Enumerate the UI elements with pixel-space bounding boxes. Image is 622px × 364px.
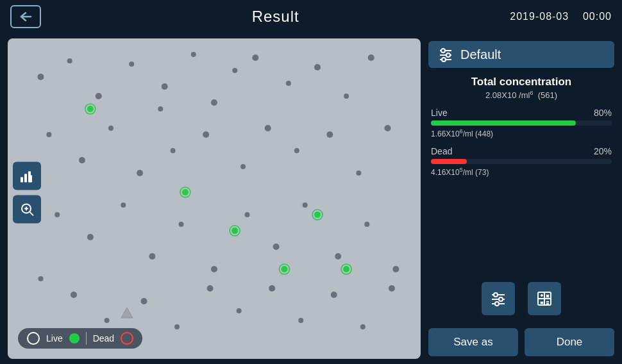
svg-point-35 — [55, 212, 60, 217]
svg-point-71 — [341, 264, 351, 274]
svg-point-18 — [252, 54, 258, 61]
svg-point-33 — [356, 170, 361, 176]
svg-point-23 — [46, 132, 51, 137]
total-concentration-label: Total concentration — [431, 76, 612, 88]
live-stat-row: Live 80% 1.66X106/ml (448) — [431, 108, 612, 138]
svg-point-62 — [182, 189, 189, 195]
svg-point-46 — [392, 266, 399, 272]
svg-point-37 — [121, 203, 126, 208]
total-concentration-value: 2.08X10 /ml6 (561) — [431, 90, 612, 100]
svg-point-48 — [71, 292, 77, 298]
svg-point-11 — [67, 58, 72, 63]
live-bar — [431, 120, 612, 126]
live-circle-icon — [27, 332, 40, 345]
svg-point-13 — [129, 62, 134, 67]
svg-point-61 — [85, 104, 96, 114]
svg-point-50 — [141, 298, 147, 304]
svg-point-58 — [389, 285, 395, 292]
svg-point-27 — [171, 148, 176, 153]
adjust-button[interactable] — [482, 282, 515, 315]
svg-point-41 — [245, 212, 250, 217]
svg-point-12 — [96, 93, 102, 99]
svg-point-31 — [294, 148, 299, 153]
svg-point-53 — [237, 308, 242, 313]
svg-point-32 — [326, 131, 333, 138]
profile-label: Default — [460, 47, 501, 62]
save-as-button[interactable]: Save as — [428, 328, 518, 356]
legend-bar: Live Dead — [18, 328, 142, 349]
svg-point-51 — [174, 324, 180, 329]
svg-point-68 — [314, 211, 321, 218]
svg-rect-2 — [24, 174, 27, 182]
svg-point-52 — [207, 285, 214, 292]
svg-point-17 — [232, 68, 237, 73]
dead-sub-value: 4.16X105/ml (73) — [431, 167, 612, 177]
svg-point-64 — [231, 228, 238, 234]
back-button[interactable] — [10, 5, 41, 28]
svg-point-70 — [343, 266, 349, 272]
svg-point-67 — [279, 264, 289, 274]
page-title: Result — [252, 8, 299, 26]
svg-point-66 — [281, 266, 287, 272]
svg-point-57 — [360, 324, 366, 329]
action-icons-row — [428, 277, 614, 320]
dead-legend-label: Dead — [93, 333, 114, 343]
svg-point-81 — [494, 293, 498, 297]
live-sub-value: 1.66X106/ml (448) — [431, 128, 612, 138]
svg-point-47 — [38, 276, 44, 281]
svg-point-19 — [286, 81, 291, 86]
svg-point-10 — [38, 74, 44, 80]
svg-point-63 — [180, 187, 190, 197]
svg-point-20 — [314, 64, 321, 70]
svg-point-16 — [211, 99, 217, 106]
svg-point-25 — [108, 126, 113, 131]
dead-stat-row: Dead 20% 4.16X105/ml (73) — [431, 146, 612, 177]
svg-point-69 — [312, 210, 323, 220]
svg-marker-9 — [121, 308, 133, 318]
live-percent: 80% — [594, 108, 612, 118]
svg-point-56 — [331, 292, 337, 298]
svg-point-45 — [364, 222, 369, 227]
scatter-panel: Live Dead — [8, 38, 421, 359]
svg-point-34 — [384, 125, 391, 131]
svg-line-6 — [30, 212, 34, 216]
done-button[interactable]: Done — [525, 328, 614, 356]
live-label: Live — [431, 108, 448, 118]
svg-point-42 — [273, 244, 280, 250]
svg-point-39 — [178, 222, 183, 227]
svg-point-82 — [499, 297, 503, 301]
stats-section: Total concentration 2.08X10 /ml6 (561) L… — [428, 73, 614, 187]
profile-button[interactable]: Default — [428, 41, 614, 68]
bottom-buttons: Save as Done — [428, 328, 614, 356]
live-legend-label: Live — [46, 333, 63, 343]
svg-point-60 — [87, 106, 94, 112]
svg-point-15 — [191, 52, 196, 57]
main-content: Live Dead — [0, 33, 622, 364]
svg-point-44 — [335, 253, 341, 260]
live-bar-fill — [431, 120, 576, 126]
svg-point-77 — [442, 58, 446, 62]
svg-point-38 — [149, 253, 155, 260]
svg-point-59 — [158, 106, 163, 112]
svg-point-22 — [368, 54, 374, 61]
dead-label: Dead — [431, 146, 452, 156]
sliders-icon — [437, 46, 454, 63]
svg-point-83 — [495, 302, 499, 306]
svg-point-49 — [105, 318, 110, 323]
svg-point-26 — [137, 170, 143, 176]
svg-point-36 — [87, 234, 94, 240]
svg-point-54 — [269, 285, 275, 292]
calculator-button[interactable] — [528, 282, 561, 315]
svg-point-30 — [265, 125, 271, 131]
dead-bar — [431, 159, 612, 164]
histogram-button[interactable] — [13, 161, 41, 190]
dead-bar-fill — [431, 159, 467, 164]
legend-divider — [86, 332, 87, 345]
dead-circle-icon — [121, 332, 133, 345]
svg-point-73 — [441, 49, 445, 53]
live-dot-icon — [69, 333, 80, 343]
svg-point-28 — [203, 131, 209, 138]
zoom-button[interactable] — [13, 195, 41, 223]
right-panel: Default Total concentration 2.08X10 /ml6… — [428, 38, 614, 359]
svg-point-21 — [344, 94, 349, 99]
